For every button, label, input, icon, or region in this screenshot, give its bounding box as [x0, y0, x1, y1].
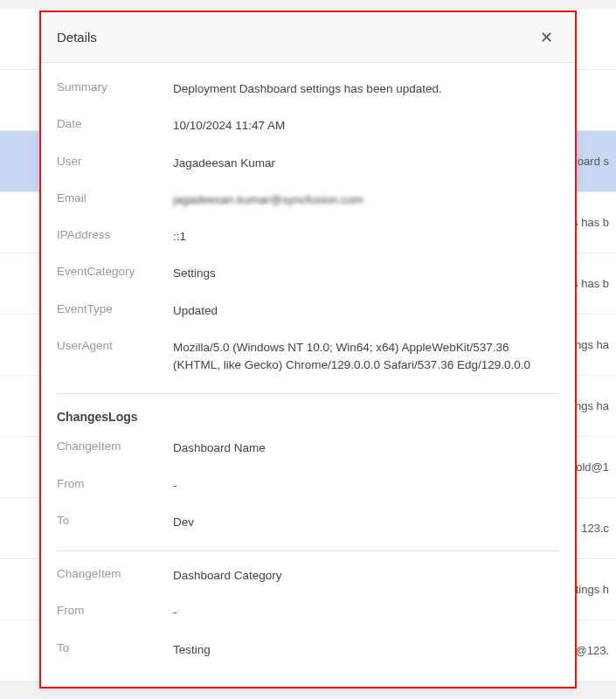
label-to: To — [57, 641, 173, 654]
modal-body[interactable]: Summary Deployment Dashboard settings ha… — [41, 63, 575, 687]
value-to: Testing — [173, 641, 559, 659]
row-from: From - — [57, 477, 559, 495]
label-eventtype: EventType — [57, 302, 173, 315]
value-user: Jagadeesan Kumar — [173, 155, 559, 172]
close-button[interactable]: ✕ — [533, 24, 559, 51]
modal-header: Details ✕ — [41, 12, 575, 63]
row-ipaddress: IPAddress ::1 — [57, 228, 559, 246]
label-to: To — [57, 514, 173, 527]
bg-text: s has b — [572, 216, 609, 229]
value-from: - — [173, 604, 559, 621]
label-summary: Summary — [57, 80, 173, 93]
row-changeitem: ChangeItem Dashboard Category — [57, 567, 559, 585]
value-ipaddress: ::1 — [173, 228, 559, 246]
bg-text: @123. — [576, 644, 610, 657]
row-eventtype: EventType Updated — [57, 302, 559, 320]
value-to: Dev — [173, 514, 559, 531]
value-changeitem: Dashboard Category — [173, 567, 559, 585]
bg-text: ings ha — [572, 338, 609, 351]
row-to: To Dev — [57, 514, 559, 531]
row-useragent: UserAgent Mozilla/5.0 (Windows NT 10.0; … — [57, 339, 559, 375]
label-from: From — [57, 477, 173, 490]
label-date: Date — [57, 117, 173, 130]
details-modal: Details ✕ Summary Deployment Dashboard s… — [39, 10, 577, 689]
bg-text: s has b — [572, 277, 609, 290]
modal-title: Details — [57, 30, 97, 45]
value-useragent: Mozilla/5.0 (Windows NT 10.0; Win64; x64… — [173, 339, 559, 375]
value-from: - — [173, 477, 559, 495]
bg-text: oard s — [578, 155, 609, 168]
close-icon: ✕ — [540, 28, 553, 47]
label-eventcategory: EventCategory — [57, 265, 173, 278]
value-email: jagadeesan.kumar@syncfusion.com — [173, 191, 559, 209]
row-from: From - — [57, 604, 559, 621]
bg-text: ings ha — [572, 399, 609, 412]
divider — [57, 550, 559, 551]
bg-text: 123.c — [581, 522, 609, 535]
row-changeitem: ChangeItem Dashboard Name — [57, 439, 559, 457]
row-summary: Summary Deployment Dashboard settings ha… — [57, 80, 559, 98]
row-to: To Testing — [57, 641, 559, 659]
label-email: Email — [57, 191, 173, 204]
label-from: From — [57, 604, 173, 617]
value-changeitem: Dashboard Name — [173, 439, 559, 457]
label-user: User — [57, 155, 173, 168]
change-log-1: ChangeItem Dashboard Name From - To Dev — [57, 439, 559, 531]
label-useragent: UserAgent — [57, 339, 173, 352]
value-date: 10/10/2024 11:47 AM — [173, 117, 559, 135]
label-changeitem: ChangeItem — [57, 439, 173, 453]
bg-text: tings h — [576, 583, 609, 596]
label-changeitem: ChangeItem — [57, 567, 173, 580]
row-user: User Jagadeesan Kumar — [57, 155, 559, 172]
row-email: Email jagadeesan.kumar@syncfusion.com — [57, 191, 559, 209]
changeslogs-title: ChangesLogs — [57, 410, 559, 424]
value-eventcategory: Settings — [173, 265, 559, 282]
row-eventcategory: EventCategory Settings — [57, 265, 559, 282]
value-summary: Deployment Dashboard settings has been u… — [173, 80, 559, 98]
row-date: Date 10/10/2024 11:47 AM — [57, 117, 559, 135]
label-ipaddress: IPAddress — [57, 228, 173, 241]
divider — [57, 393, 559, 394]
bg-text: old@1 — [576, 460, 609, 474]
value-eventtype: Updated — [173, 302, 559, 320]
change-log-2: ChangeItem Dashboard Category From - To … — [57, 567, 559, 659]
